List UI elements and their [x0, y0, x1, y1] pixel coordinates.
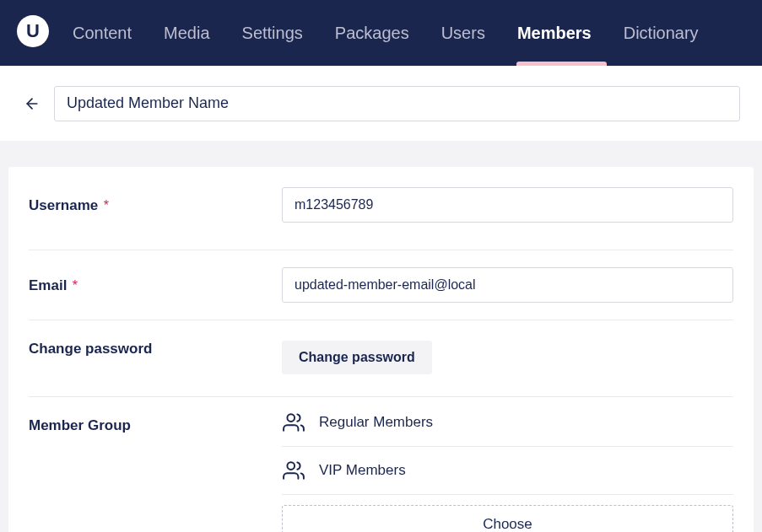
- back-button[interactable]: [22, 94, 42, 114]
- nav-item-media[interactable]: Media: [164, 24, 209, 43]
- choose-member-group-button[interactable]: Choose: [282, 505, 733, 532]
- member-group-name: Regular Members: [319, 414, 433, 431]
- field-row-change-password: Change password Change password: [29, 320, 733, 397]
- page-header: [0, 66, 762, 142]
- member-group-item[interactable]: VIP Members: [282, 447, 733, 495]
- label-change-password: Change password: [29, 341, 152, 357]
- field-row-username: Username *: [29, 187, 733, 250]
- nav-item-packages[interactable]: Packages: [335, 24, 409, 43]
- nav-item-members[interactable]: Members: [517, 24, 592, 43]
- field-row-email: Email *: [29, 250, 733, 320]
- main-nav: Content Media Settings Packages Users Me…: [73, 24, 699, 43]
- svg-point-1: [287, 414, 295, 422]
- field-row-member-group: Member Group Regular Members VIP Members…: [29, 397, 733, 532]
- users-icon: [282, 411, 305, 434]
- nav-item-dictionary[interactable]: Dictionary: [624, 24, 699, 43]
- users-icon: [282, 459, 305, 482]
- nav-item-settings[interactable]: Settings: [242, 24, 303, 43]
- top-nav-bar: U Content Media Settings Packages Users …: [0, 0, 762, 66]
- member-group-item[interactable]: Regular Members: [282, 407, 733, 447]
- label-member-group: Member Group: [29, 417, 131, 433]
- app-logo[interactable]: U: [17, 15, 49, 47]
- content-area: Username * Email * Change password Chang…: [0, 142, 762, 532]
- member-group-name: VIP Members: [319, 462, 406, 479]
- label-email: Email: [29, 277, 67, 293]
- required-mark: *: [73, 278, 78, 293]
- app-logo-letter: U: [26, 20, 40, 42]
- username-input[interactable]: [282, 187, 733, 223]
- member-properties-card: Username * Email * Change password Chang…: [8, 167, 754, 532]
- nav-item-users[interactable]: Users: [441, 24, 485, 43]
- svg-point-2: [287, 462, 295, 470]
- change-password-button[interactable]: Change password: [282, 341, 432, 374]
- nav-item-content[interactable]: Content: [73, 24, 132, 43]
- email-input[interactable]: [282, 267, 733, 303]
- label-username: Username: [29, 197, 98, 213]
- active-tab-indicator: [516, 62, 607, 66]
- arrow-left-icon: [24, 95, 41, 112]
- required-mark: *: [104, 198, 109, 212]
- member-name-input[interactable]: [54, 86, 740, 121]
